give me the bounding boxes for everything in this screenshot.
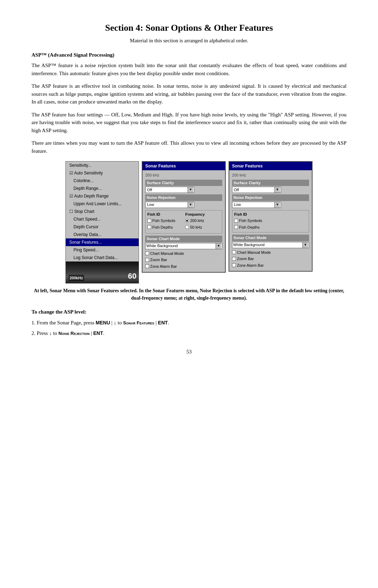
center-chart-manual-label: Chart Manual Mode — [150, 251, 184, 257]
right-zoom-bar-checkbox[interactable] — [232, 257, 236, 261]
center-surface-clarity-arrow[interactable]: ▼ — [188, 187, 193, 193]
center-surface-clarity-value: Off — [146, 187, 188, 193]
center-noise-rejection-row: Low ▼ — [145, 202, 222, 208]
right-zone-alarm-checkbox[interactable] — [232, 263, 236, 267]
right-freq-label: 200 kHz — [232, 172, 309, 178]
ent-key-2: ENT — [93, 330, 103, 336]
right-sonar-chart-mode-select[interactable]: White Background ▼ — [232, 242, 309, 248]
menu-item-ping-speed[interactable]: Ping Speed... — [66, 246, 139, 254]
right-fish-id-section: Fish ID Fish Symbols Fish Depths — [232, 210, 309, 233]
instruction-2-text: Press ↓ to — [37, 330, 58, 336]
screenshots-row: Sensitivity... Auto Sensitivity Colorlin… — [31, 161, 346, 284]
right-noise-rejection-select[interactable]: Low ▼ — [232, 202, 281, 208]
menu-item-sensitivity[interactable]: Sensitivity... — [66, 162, 139, 169]
center-chart-manual-checkbox[interactable] — [145, 251, 149, 255]
right-sonar-chart-arrow[interactable]: ▼ — [302, 242, 308, 248]
center-freq-label: 200 kHz — [145, 172, 222, 178]
center-zone-alarm-checkbox[interactable] — [145, 264, 149, 268]
center-sonar-chart-section: Sonar Chart Mode White Background ▼ — [145, 236, 222, 249]
right-surface-clarity-value: Off — [233, 187, 274, 193]
menu-item-overlay-data[interactable]: Overlay Data... — [66, 231, 139, 238]
right-fish-depths-checkbox[interactable] — [234, 225, 238, 229]
caption: At left, Sonar Menu with Sonar Features … — [31, 287, 346, 302]
center-noise-rejection-section: Noise Rejection — [145, 194, 222, 201]
center-frequency-col: Frequency 200 kHz 50 kHz — [185, 211, 220, 231]
center-freq-50-radio[interactable] — [185, 225, 189, 229]
center-chart-manual-row: Chart Manual Mode — [145, 251, 222, 257]
center-sonar-chart-mode-label: Sonar Chart Mode — [145, 236, 222, 242]
right-sonar-chart-mode-label: Sonar Chart Mode — [232, 235, 309, 241]
paragraph-2: The ASP feature is an effective tool in … — [31, 82, 346, 106]
menu-item-auto-sensitivity[interactable]: Auto Sensitivity — [66, 169, 139, 177]
paragraph-4: There are times when you may want to tur… — [31, 139, 346, 155]
instruction-1-num: 1. — [31, 320, 37, 325]
instruction-1-text: From the Sonar Page, press — [37, 320, 96, 325]
noise-rejection-smallcaps: Noise Rejection — [58, 331, 90, 336]
center-zone-alarm-row: Zone Alarm Bar — [145, 264, 222, 270]
right-noise-rejection-arrow[interactable]: ▼ — [274, 202, 280, 208]
menu-item-chart-speed[interactable]: Chart Speed... — [66, 215, 139, 223]
menu-item-auto-depth-range[interactable]: Auto Depth Range — [66, 192, 139, 200]
center-zoom-bar-row: Zoom Bar — [145, 257, 222, 263]
center-fish-symbols-checkbox[interactable] — [147, 219, 151, 223]
menu-item-upper-lower-limits[interactable]: Upper And Lower Limits... — [66, 200, 139, 208]
sonar-display: 200kHz 60 — [66, 261, 139, 283]
dialog-titlebar-right: Sonar Features — [229, 162, 312, 170]
center-surface-clarity-row: Off ▼ — [145, 187, 222, 193]
page-number: 53 — [31, 348, 346, 356]
instruction-1-rest: . — [168, 320, 169, 325]
menu-item-depth-range[interactable]: Depth Range... — [66, 185, 139, 192]
right-surface-clarity-row: Off ▼ — [232, 187, 309, 193]
instruction-2-sep1: | — [90, 330, 93, 336]
center-zoom-bar-label: Zoom Bar — [150, 257, 167, 263]
center-fish-depths-label: Fish Depths — [152, 224, 173, 230]
menu-item-colorline[interactable]: Colorline... — [66, 177, 139, 185]
right-chart-manual-row: Chart Manual Mode — [232, 250, 309, 256]
right-chart-manual-checkbox[interactable] — [232, 250, 236, 254]
paragraph-3: The ASP feature has four settings — Off,… — [31, 111, 346, 135]
center-fish-symbols-label: Fish Symbols — [152, 218, 175, 224]
right-noise-rejection-section: Noise Rejection — [232, 194, 309, 201]
section-title: Section 4: Sonar Options & Other Feature… — [31, 21, 346, 35]
menu-key: MENU — [96, 320, 110, 325]
right-fish-symbols-checkbox[interactable] — [234, 219, 238, 223]
right-noise-rejection-value: Low — [233, 202, 274, 208]
center-frequency-title: Frequency — [185, 211, 220, 217]
center-surface-clarity-section: Surface Clarity — [145, 180, 222, 186]
right-noise-rejection-row: Low ▼ — [232, 202, 309, 208]
right-fish-depths-row: Fish Depths — [234, 224, 307, 230]
center-fish-depths-checkbox[interactable] — [147, 225, 151, 229]
center-noise-rejection-value: Low — [146, 202, 188, 208]
sonar-freq-label: 200kHz — [69, 275, 84, 281]
center-surface-clarity-select[interactable]: Off ▼ — [145, 187, 194, 193]
right-surface-clarity-select[interactable]: Off ▼ — [232, 187, 281, 193]
right-fish-symbols-label: Fish Symbols — [239, 218, 262, 224]
center-noise-rejection-arrow[interactable]: ▼ — [188, 202, 193, 208]
instruction-1: 1. From the Sonar Page, press MENU | ↓ t… — [31, 319, 346, 327]
subsection-title: ASP™ (Advanced Signal Processing) — [31, 51, 346, 59]
right-zoom-bar-label: Zoom Bar — [237, 256, 254, 262]
menu-item-log-sonar[interactable]: Log Sonar Chart Data... — [66, 254, 139, 261]
center-freq-200-radio[interactable] — [185, 219, 189, 223]
right-fish-symbols-row: Fish Symbols — [234, 218, 307, 224]
right-surface-clarity-arrow[interactable]: ▼ — [274, 187, 280, 193]
center-fish-id-section: Fish ID Fish Symbols Fish Depths Frequen… — [145, 210, 222, 234]
to-change-title: To change the ASP level: — [31, 308, 346, 316]
menu-item-depth-cursor[interactable]: Depth Cursor — [66, 223, 139, 231]
center-zone-alarm-label: Zone Alarm Bar — [150, 264, 177, 270]
center-sonar-chart-arrow[interactable]: ▼ — [216, 243, 221, 249]
dialog-body-right: 200 kHz Surface Clarity Off ▼ Noise Reje… — [229, 170, 312, 271]
center-noise-rejection-select[interactable]: Low ▼ — [145, 202, 194, 208]
center-sonar-chart-mode-select[interactable]: White Background ▼ — [145, 243, 222, 249]
center-freq-50-label: 50 kHz — [190, 224, 202, 230]
center-fish-symbols-row: Fish Symbols — [147, 218, 182, 224]
instruction-list: 1. From the Sonar Page, press MENU | ↓ t… — [31, 319, 346, 337]
right-chart-manual-label: Chart Manual Mode — [237, 250, 271, 256]
menu-panel: Sensitivity... Auto Sensitivity Colorlin… — [65, 161, 139, 284]
menu-item-sonar-features[interactable]: Sonar Features... — [66, 238, 139, 246]
center-freq-200-label: 200 kHz — [190, 218, 204, 224]
menu-item-stop-chart[interactable]: Stop Chart — [66, 208, 139, 215]
right-surface-clarity-section: Surface Clarity — [232, 180, 309, 186]
center-zoom-bar-checkbox[interactable] — [145, 258, 149, 262]
instruction-2: 2. Press ↓ to Noise Rejection | ENT. — [31, 329, 346, 337]
